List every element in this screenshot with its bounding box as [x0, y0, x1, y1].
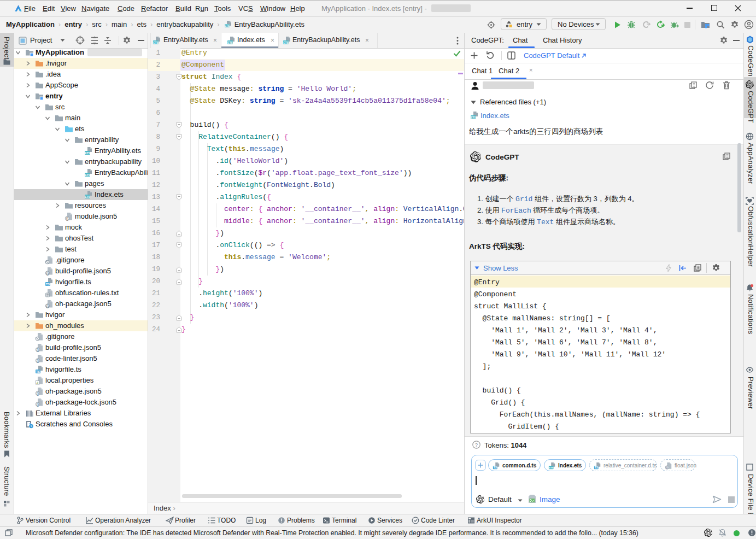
svg-text:?: ? — [475, 442, 478, 448]
svg-text:ETS: ETS — [471, 116, 476, 119]
svg-text:ETS: ETS — [85, 151, 90, 155]
svg-text:ETS: ETS — [227, 41, 233, 44]
svg-text:ETS: ETS — [225, 25, 230, 27]
svg-text:ETS: ETS — [85, 173, 90, 177]
svg-text:TS: TS — [46, 283, 50, 286]
svg-text:ETS: ETS — [153, 41, 159, 44]
svg-text:TS: TS — [595, 466, 599, 469]
svg-text:TS: TS — [36, 370, 40, 373]
svg-text:ETS: ETS — [283, 41, 289, 44]
svg-text:{}: {} — [666, 466, 668, 469]
svg-text:ETS: ETS — [549, 466, 554, 469]
svg-text:ETS: ETS — [85, 195, 90, 198]
svg-text:TS: TS — [494, 466, 497, 469]
